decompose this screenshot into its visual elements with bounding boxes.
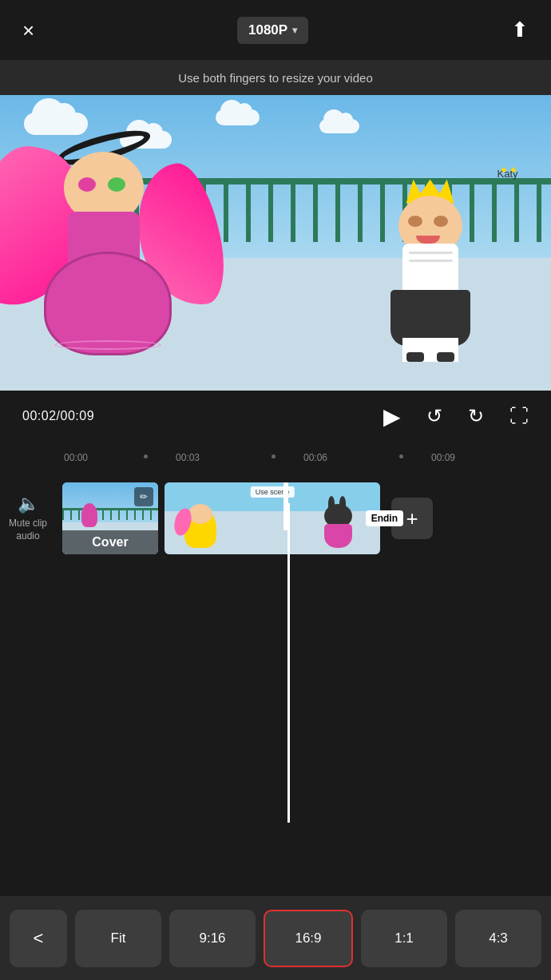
time-display: 00:02/00:09 [22,409,94,423]
cover-clip[interactable]: ✏ Cover [62,482,158,554]
play-button[interactable]: ▶ [383,403,401,430]
fit-button[interactable]: Fit [75,910,161,967]
hint-bar: Use both fingers to resize your video [0,60,551,95]
clip-char-right [320,496,360,548]
cover-edit-icon: ✏ [134,487,153,506]
clip-char-left [184,500,220,548]
mute-clip-button[interactable]: 🔈 Mute clip audio [0,494,56,542]
forward-button[interactable]: ↻ [468,405,484,427]
dot-3 [399,454,403,458]
top-bar: × 1080P ▾ ⬆ [0,0,551,60]
playhead-marker [283,482,288,530]
clip-track: 🔈 Mute clip audio ✏ Cover Use scene [0,470,551,566]
tick-0: 00:00 [64,452,88,463]
ratio-9-16-button[interactable]: 9:16 [169,910,256,967]
bottom-toolbar: < Fit 9:16 16:9 1:1 4:3 [0,896,551,980]
mute-icon: 🔈 [18,494,39,514]
mute-label: Mute clip audio [0,518,56,542]
hint-text: Use both fingers to resize your video [178,71,372,85]
close-button[interactable]: × [22,20,34,41]
ratio-16-9-button[interactable]: 16:9 [264,910,353,967]
katy-legs [402,338,458,362]
controls-bar: 00:02/00:09 ▶ ↺ ↻ ⛶ [0,391,551,442]
ratio-1-1-button[interactable]: 1:1 [361,910,447,967]
export-button[interactable]: ⬆ [511,18,529,42]
timeline-area: 00:00 00:03 00:06 00:09 🔈 Mute clip audi… [0,442,551,566]
resolution-button[interactable]: 1080P ▾ [237,17,308,44]
character-left [28,124,236,355]
cover-label: Cover [62,530,158,554]
time-ruler: 00:00 00:03 00:06 00:09 [0,445,551,470]
dot-1 [144,454,148,458]
rewind-button[interactable]: ↺ [426,405,442,427]
resolution-label: 1080P [248,22,287,38]
character-right: Katy ✦✦ [383,164,518,355]
tick-3: 00:09 [431,452,455,463]
angel-dress [44,252,172,355]
chevron-down-icon: ▾ [292,25,297,36]
controls-buttons: ▶ ↺ ↻ ⛶ [383,403,529,430]
video-preview: Katy ✦✦ [0,95,551,391]
end-clip-badge: Endin [366,510,403,526]
clip-thumbnail: Use scene [165,482,380,554]
angel-body [44,180,172,355]
fullscreen-button[interactable]: ⛶ [509,405,529,427]
ratio-4-3-button[interactable]: 4:3 [455,910,541,967]
tick-1: 00:03 [176,452,200,463]
tick-2: 00:06 [303,452,327,463]
cloud-4 [319,119,359,133]
back-button[interactable]: < [10,910,67,967]
main-video-clip[interactable]: Use scene [165,482,380,554]
dot-2 [272,454,276,458]
